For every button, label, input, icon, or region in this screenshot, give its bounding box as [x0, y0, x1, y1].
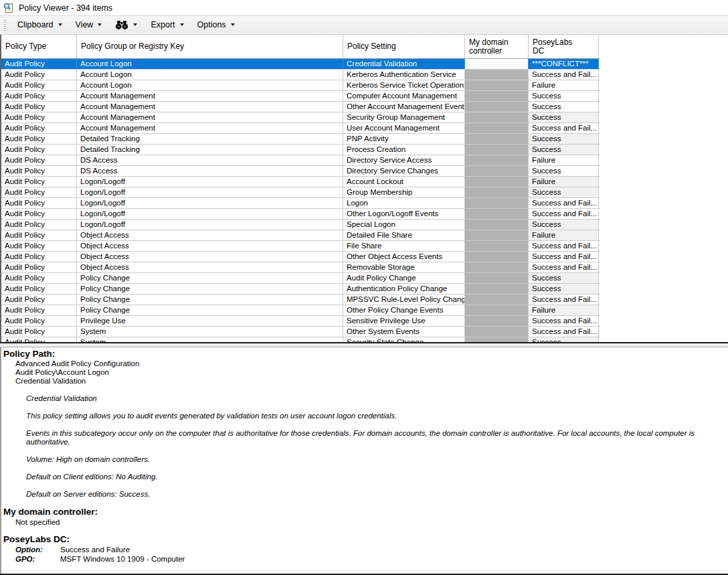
policy-table: Policy Type Policy Group or Registry Key…	[0, 35, 600, 342]
cell-dc2: Success	[529, 112, 599, 122]
view-menu-button[interactable]: View	[69, 17, 109, 33]
cell-type: Audit Policy	[1, 166, 77, 176]
find-menu-button[interactable]	[108, 17, 144, 33]
column-header-policy-group[interactable]: Policy Group or Registry Key	[77, 35, 343, 58]
pane-splitter[interactable]	[0, 342, 728, 347]
table-row[interactable]: Audit PolicyDetailed TrackingPNP Activit…	[1, 134, 600, 145]
cell-dc1	[465, 284, 529, 294]
column-header-my-domain-controller[interactable]: My domain controller	[465, 35, 529, 58]
policy-path-lines: Advanced Audit Policy ConfigurationAudit…	[1, 359, 728, 386]
clipboard-menu-button[interactable]: Clipboard	[11, 17, 69, 33]
table-row[interactable]: Audit PolicyLogon/LogoffAccount LockoutF…	[1, 177, 600, 187]
table-body: Audit PolicyAccount LogonCredential Vali…	[1, 59, 600, 342]
cell-setting: Other Object Access Events	[343, 252, 465, 262]
table-row[interactable]: Audit PolicyAccount ManagementOther Acco…	[1, 102, 600, 112]
table-row[interactable]: Audit PolicySystemSecurity State ChangeS…	[1, 337, 600, 342]
cell-type: Audit Policy	[1, 102, 77, 112]
cell-dc2: Success and Fail...	[529, 252, 599, 262]
cell-dc2: Success	[529, 166, 599, 176]
cell-setting: Logon	[343, 198, 465, 208]
poseylabs-entries: Option:Success and FailureGPO:MSFT Windo…	[1, 545, 728, 574]
policy-description-paragraph: Default on Server editions: Success.	[1, 490, 728, 499]
cell-group: Logon/Logoff	[77, 220, 343, 230]
table-row[interactable]: Audit PolicyAccount ManagementSecurity G…	[1, 112, 600, 123]
cell-dc1	[465, 220, 529, 230]
cell-setting: MPSSVC Rule-Level Policy Change	[343, 295, 465, 305]
cell-dc1	[465, 252, 529, 262]
cell-setting: File Share	[343, 241, 465, 251]
cell-setting: User Account Management	[343, 123, 465, 133]
window-title: Policy Viewer - 394 items	[19, 3, 112, 13]
details-pane: Policy Path: Advanced Audit Policy Confi…	[0, 347, 728, 574]
chevron-down-icon	[231, 23, 235, 26]
table-row[interactable]: Audit PolicyPolicy ChangeOther Policy Ch…	[1, 305, 600, 316]
cell-dc2: Success	[529, 337, 599, 342]
cell-setting: Other Policy Change Events	[343, 305, 465, 315]
poseylabs-dc-heading: PoseyLabs DC:	[1, 534, 728, 545]
cell-group: Object Access	[77, 262, 343, 272]
table-row[interactable]: Audit PolicyAccount ManagementComputer A…	[1, 91, 600, 102]
cell-dc2: Success and Fail...	[529, 241, 599, 251]
cell-dc2: Failure	[529, 230, 599, 240]
cell-dc1	[465, 155, 529, 165]
table-row[interactable]: Audit PolicyObject AccessOther Object Ac…	[1, 252, 600, 262]
table-row[interactable]: Audit PolicySystemOther System EventsSuc…	[1, 327, 600, 337]
column-header-policy-setting[interactable]: Policy Setting	[343, 35, 465, 58]
cell-setting: Authentication Policy Change	[343, 284, 465, 294]
cell-dc2: Success and Fail...	[529, 70, 599, 80]
policy-description-paragraph: Credential Validation	[1, 394, 728, 403]
table-row[interactable]: Audit PolicyDS AccessDirectory Service A…	[1, 155, 600, 166]
cell-group: Policy Change	[77, 305, 343, 315]
cell-type: Audit Policy	[1, 327, 77, 337]
cell-dc2: Success and Fail...	[529, 123, 599, 133]
table-row[interactable]: Audit PolicyDetailed TrackingProcess Cre…	[1, 145, 600, 155]
toolbar: Clipboard View Export	[0, 16, 728, 35]
cell-group: Account Management	[77, 102, 343, 112]
cell-type: Audit Policy	[1, 187, 77, 197]
cell-group: Policy Change	[77, 284, 343, 294]
cell-dc1	[465, 145, 529, 155]
table-row[interactable]: Audit PolicyAccount LogonKerberos Servic…	[1, 80, 600, 91]
table-row[interactable]: Audit PolicyObject AccessRemovable Stora…	[1, 262, 600, 273]
cell-group: Account Logon	[77, 70, 343, 80]
cell-type: Audit Policy	[1, 316, 77, 326]
cell-group: Logon/Logoff	[77, 209, 343, 219]
table-row[interactable]: Audit PolicyAccount ManagementUser Accou…	[1, 123, 600, 134]
cell-dc2: Success	[529, 273, 599, 283]
table-row[interactable]: Audit PolicyPolicy ChangeAuthentication …	[1, 284, 600, 295]
toolbar-grip[interactable]	[4, 20, 6, 31]
column-header-poseylabs-dc[interactable]: PoseyLabs DC	[529, 35, 599, 58]
column-header-policy-type[interactable]: Policy Type	[1, 35, 77, 58]
cell-dc1	[465, 134, 529, 144]
table-row[interactable]: Audit PolicyLogon/LogoffLogonSuccess and…	[1, 198, 600, 209]
cell-dc1	[465, 166, 529, 176]
cell-type: Audit Policy	[1, 80, 77, 90]
cell-setting: Removable Storage	[343, 262, 465, 272]
table-row[interactable]: Audit PolicyLogon/LogoffOther Logon/Logo…	[1, 209, 600, 220]
cell-dc1	[465, 80, 529, 90]
table-row[interactable]: Audit PolicyObject AccessFile ShareSucce…	[1, 241, 600, 252]
table-row[interactable]: Audit PolicyDS AccessDirectory Service C…	[1, 166, 600, 177]
table-row[interactable]: Audit PolicyPolicy ChangeMPSSVC Rule-Lev…	[1, 295, 600, 305]
policy-path-line: Advanced Audit Policy Configuration	[1, 359, 728, 368]
cell-dc1	[465, 337, 529, 342]
cell-setting: Process Creation	[343, 145, 465, 155]
app-icon	[3, 3, 14, 13]
table-row[interactable]: Audit PolicyLogon/LogoffGroup Membership…	[1, 187, 600, 198]
cell-dc1	[465, 273, 529, 283]
cell-group: Policy Change	[77, 273, 343, 283]
table-row[interactable]: Audit PolicyPolicy ChangeAudit Policy Ch…	[1, 273, 600, 284]
table-row[interactable]: Audit PolicyPrivilege UseSensitive Privi…	[1, 316, 600, 327]
options-menu-button[interactable]: Options	[191, 17, 242, 33]
table-row[interactable]: Audit PolicyAccount LogonCredential Vali…	[1, 59, 600, 70]
cell-setting: Computer Account Management	[343, 91, 465, 101]
cell-group: System	[77, 337, 343, 342]
table-row[interactable]: Audit PolicyLogon/LogoffSpecial LogonSuc…	[1, 220, 600, 230]
table-row[interactable]: Audit PolicyObject AccessDetailed File S…	[1, 230, 600, 241]
export-menu-button[interactable]: Export	[144, 17, 190, 33]
cell-dc2: Success and Fail...	[529, 327, 599, 337]
table-row[interactable]: Audit PolicyAccount LogonKerberos Authen…	[1, 70, 600, 80]
poseylabs-entry-label: Option:	[15, 545, 60, 554]
cell-setting: Other Logon/Logoff Events	[343, 209, 465, 219]
cell-dc2: Success and Fail...	[529, 295, 599, 305]
